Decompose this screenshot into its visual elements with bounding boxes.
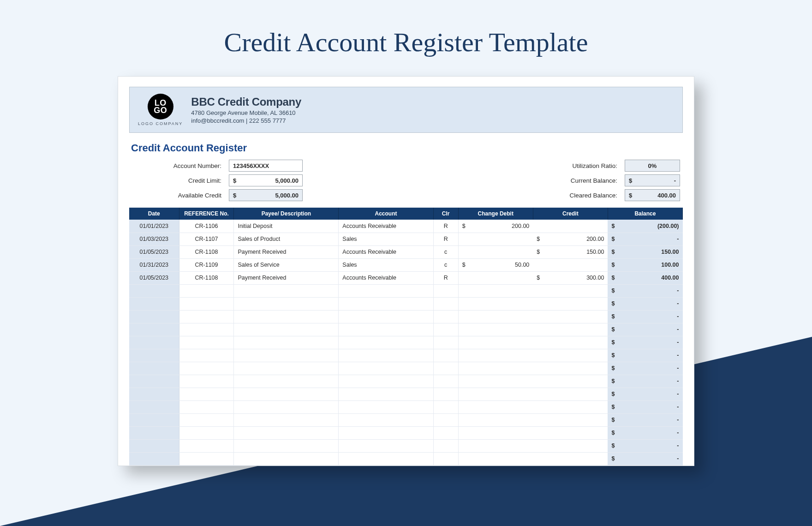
ref-cell xyxy=(179,336,234,349)
table-cell xyxy=(458,323,533,336)
table-cell: $150.00 xyxy=(533,245,608,258)
register-table: DateREFERENCE No.Payee/ DescriptionAccou… xyxy=(129,208,683,466)
table-row: $- xyxy=(129,413,683,426)
date-cell xyxy=(129,439,179,452)
clr-cell: R xyxy=(433,271,458,284)
summary-label: Current Balance: xyxy=(528,177,625,184)
acct-cell xyxy=(339,284,433,297)
table-cell: $300.00 xyxy=(533,271,608,284)
acct-cell xyxy=(339,336,433,349)
table-row: $- xyxy=(129,310,683,323)
ref-cell xyxy=(179,400,234,413)
table-row: 01/31/2023CR-1109Sales of ServiceSalesc$… xyxy=(129,258,683,271)
table-cell xyxy=(458,284,533,297)
date-cell xyxy=(129,388,179,400)
table-cell: $200.00 xyxy=(458,220,533,233)
date-cell xyxy=(129,400,179,413)
summary-label: Available Credit xyxy=(132,192,229,199)
acct-cell: Accounts Receivable xyxy=(339,245,433,258)
summary-row: Utilization Ratio:0% xyxy=(415,160,680,172)
table-cell xyxy=(533,258,608,271)
table-cell xyxy=(533,349,608,362)
desc-cell xyxy=(234,413,339,426)
table-cell xyxy=(458,349,533,362)
clr-cell xyxy=(433,284,458,297)
column-header: REFERENCE No. xyxy=(179,208,234,220)
date-cell: 01/03/2023 xyxy=(129,233,179,245)
desc-cell xyxy=(234,336,339,349)
acct-cell xyxy=(339,323,433,336)
acct-cell xyxy=(339,362,433,375)
summary-right: Utilization Ratio:0%Current Balance:$-Cl… xyxy=(415,160,680,201)
acct-cell: Accounts Receivable xyxy=(339,271,433,284)
table-row: 01/03/2023CR-1107Sales of ProductSalesR$… xyxy=(129,233,683,245)
desc-cell: Payment Received xyxy=(234,271,339,284)
acct-cell: Sales xyxy=(339,258,433,271)
column-header: Clr xyxy=(433,208,458,220)
logo-block: LO GO LOGO COMPANY xyxy=(138,94,183,126)
table-row: $- xyxy=(129,349,683,362)
balance-cell: $- xyxy=(608,297,682,310)
date-cell: 01/01/2023 xyxy=(129,220,179,233)
desc-cell xyxy=(234,349,339,362)
ref-cell: CR-1108 xyxy=(179,245,234,258)
summary-block: Account Number:123456XXXXCredit Limit:$5… xyxy=(129,160,683,201)
table-cell xyxy=(458,452,533,465)
desc-cell xyxy=(234,388,339,400)
summary-row: Cleared Balance:$400.00 xyxy=(415,189,680,201)
table-cell xyxy=(458,388,533,400)
table-cell: $50.00 xyxy=(458,258,533,271)
acct-cell xyxy=(339,297,433,310)
date-cell: 01/31/2023 xyxy=(129,258,179,271)
clr-cell: R xyxy=(433,220,458,233)
desc-cell: Payment Received xyxy=(234,245,339,258)
table-cell xyxy=(533,413,608,426)
date-cell xyxy=(129,310,179,323)
clr-cell xyxy=(433,323,458,336)
balance-cell: $- xyxy=(608,388,682,400)
table-cell xyxy=(458,271,533,284)
date-cell xyxy=(129,349,179,362)
template-sheet: LO GO LOGO COMPANY BBC Credit Company 47… xyxy=(118,76,694,466)
summary-value: $- xyxy=(625,174,680,186)
desc-cell xyxy=(234,323,339,336)
table-row: $- xyxy=(129,452,683,465)
summary-left: Account Number:123456XXXXCredit Limit:$5… xyxy=(132,160,397,201)
summary-value: 123456XXXX xyxy=(229,160,303,172)
acct-cell xyxy=(339,310,433,323)
column-header: Date xyxy=(129,208,179,220)
acct-cell xyxy=(339,400,433,413)
table-cell xyxy=(458,400,533,413)
clr-cell xyxy=(433,375,458,388)
column-header: Credit xyxy=(533,208,608,220)
table-row: $- xyxy=(129,388,683,400)
desc-cell xyxy=(234,297,339,310)
balance-cell: $- xyxy=(608,426,682,439)
logo-caption: LOGO COMPANY xyxy=(138,121,183,126)
acct-cell xyxy=(339,375,433,388)
balance-cell: $- xyxy=(608,375,682,388)
summary-value: $5,000.00 xyxy=(229,174,303,186)
clr-cell xyxy=(433,388,458,400)
table-cell xyxy=(533,323,608,336)
balance-cell: $- xyxy=(608,284,682,297)
table-cell xyxy=(458,297,533,310)
table-cell xyxy=(458,245,533,258)
ref-cell: CR-1107 xyxy=(179,233,234,245)
balance-cell: $100.00 xyxy=(608,258,682,271)
balance-cell: $- xyxy=(608,310,682,323)
table-row: $- xyxy=(129,426,683,439)
date-cell xyxy=(129,297,179,310)
clr-cell: c xyxy=(433,258,458,271)
page-title: Credit Account Register Template xyxy=(0,0,812,58)
date-cell xyxy=(129,284,179,297)
table-cell xyxy=(458,439,533,452)
clr-cell xyxy=(433,413,458,426)
summary-label: Cleared Balance: xyxy=(528,192,625,199)
ref-cell: CR-1109 xyxy=(179,258,234,271)
balance-cell: $- xyxy=(608,233,682,245)
acct-cell xyxy=(339,452,433,465)
table-row: $- xyxy=(129,400,683,413)
balance-cell: $(200.00) xyxy=(608,220,682,233)
acct-cell: Accounts Receivable xyxy=(339,220,433,233)
